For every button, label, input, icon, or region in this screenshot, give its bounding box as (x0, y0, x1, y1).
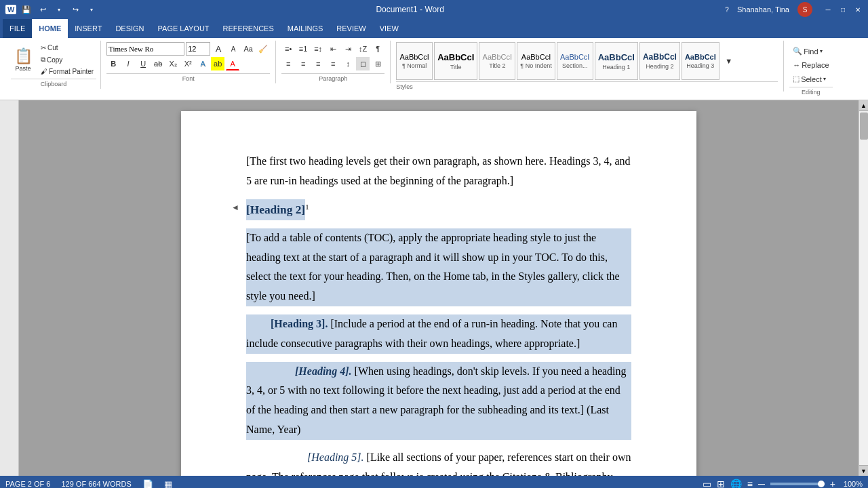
tab-home[interactable]: HOME (32, 19, 68, 38)
styles-expand-icon[interactable]: ▼ (722, 54, 736, 68)
font-color-button[interactable]: A (226, 57, 239, 70)
customize-qa-icon[interactable]: ▾ (85, 3, 98, 16)
zoom-plus-button[interactable]: + (830, 479, 835, 488)
tab-review[interactable]: REVIEW (330, 19, 372, 38)
word-logo-icon: W (5, 5, 16, 14)
find-button[interactable]: 🔍 Find ▾ (789, 45, 832, 58)
font-shrink-icon[interactable]: A (226, 42, 240, 56)
zoom-slider[interactable] (770, 483, 825, 485)
replace-icon: ↔ (793, 61, 800, 69)
find-dropdown-icon[interactable]: ▾ (820, 48, 823, 54)
line-spacing-button[interactable]: ↕ (341, 57, 355, 70)
subscript-button[interactable]: X₂ (166, 57, 180, 70)
clear-formatting-icon[interactable]: 🧹 (256, 42, 270, 56)
heading3-text: [Heading 3]. (271, 318, 328, 329)
style-heading1[interactable]: AaBbCcI Heading 1 (595, 42, 638, 80)
style-title2[interactable]: AaBbCcI Title 2 (479, 42, 515, 80)
change-case-button[interactable]: Aa (241, 42, 255, 56)
font-grow-icon[interactable]: A (212, 42, 225, 56)
tab-view[interactable]: VIEW (373, 19, 406, 38)
track-changes-icon[interactable]: ▦ (164, 479, 172, 489)
scroll-down-button[interactable]: ▼ (859, 465, 869, 476)
help-button[interactable]: ? (722, 5, 732, 14)
format-painter-icon: 🖌 (41, 68, 47, 75)
style-heading2[interactable]: AaBbCcI Heading 2 (639, 42, 680, 80)
underline-button[interactable]: U (136, 57, 150, 70)
justify-button[interactable]: ≡ (326, 57, 340, 70)
ribbon-tabs: FILE HOME INSERT DESIGN PAGE LAYOUT REFE… (0, 19, 868, 38)
intro-text: [The first two heading levels get their … (246, 155, 631, 186)
title-left: W 💾 ↩ ▾ ↪ ▾ (5, 3, 98, 16)
decrease-indent-icon[interactable]: ⇤ (326, 42, 340, 56)
select-dropdown-icon[interactable]: ▾ (823, 76, 826, 82)
sort-button[interactable]: ↕Z (356, 42, 370, 56)
copy-icon: ⧉ (41, 56, 45, 64)
quick-redo-icon[interactable]: ↪ (69, 3, 81, 16)
title-center: Document1 - Word (98, 5, 722, 14)
align-right-button[interactable]: ≡ (311, 57, 325, 70)
numbering-button[interactable]: ≡1 (296, 42, 310, 56)
tab-mailings[interactable]: MAILINGS (281, 19, 330, 38)
tab-design[interactable]: DESIGN (108, 19, 151, 38)
style-no-indent[interactable]: AaBbCcI ¶ No Indent (517, 42, 555, 80)
print-layout-icon[interactable]: ▭ (703, 479, 711, 488)
paste-icon: 📋 (14, 47, 33, 65)
quick-undo-icon[interactable]: ↩ (37, 3, 49, 16)
multilevel-button[interactable]: ≡↕ (311, 42, 325, 56)
quick-save-icon[interactable]: 💾 (20, 3, 33, 16)
highlight-button[interactable]: ab (211, 57, 224, 70)
increase-indent-icon[interactable]: ⇥ (341, 42, 355, 56)
tab-references[interactable]: REFERENCES (216, 19, 281, 38)
outdent-arrow: ◄ (231, 201, 239, 216)
page[interactable]: [The first two heading levels get their … (181, 111, 696, 476)
tab-insert[interactable]: INSERT (68, 19, 108, 38)
document-scroll[interactable]: [The first two heading levels get their … (19, 100, 859, 476)
title-right: ? Shanahan, Tina S ─ □ ✕ (722, 2, 863, 17)
border-button[interactable]: ⊞ (371, 57, 384, 70)
format-painter-button[interactable]: 🖌 Format Painter (38, 66, 96, 77)
maximize-button[interactable]: □ (838, 5, 848, 14)
bold-button[interactable]: B (106, 57, 120, 70)
font-size-input[interactable] (186, 42, 210, 56)
strikethrough-button[interactable]: ab (151, 57, 165, 70)
heading4-text: [Heading 4]. (295, 365, 352, 377)
text-effects-button[interactable]: A (196, 57, 210, 70)
minimize-button[interactable]: ─ (823, 5, 833, 14)
right-scrollbar[interactable]: ▲ ▼ (859, 100, 868, 476)
show-marks-button[interactable]: ¶ (371, 42, 384, 56)
scroll-up-button[interactable]: ▲ (859, 100, 869, 111)
scroll-thumb[interactable] (860, 113, 868, 140)
align-left-button[interactable]: ≡ (281, 57, 295, 70)
copy-button[interactable]: ⧉ Copy (38, 54, 96, 65)
zoom-thumb (818, 481, 825, 487)
status-right: ▭ ⊞ 🌐 ≡ ─ + 100% (703, 479, 863, 488)
bullets-button[interactable]: ≡• (281, 42, 295, 56)
undo-dropdown-icon[interactable]: ▾ (53, 3, 65, 16)
superscript-button[interactable]: X² (181, 57, 195, 70)
find-icon: 🔍 (793, 47, 802, 56)
tab-page-layout[interactable]: PAGE LAYOUT (151, 19, 216, 38)
font-name-input[interactable] (106, 42, 184, 56)
proofing-icon[interactable]: 📄 (142, 479, 153, 489)
page-info: PAGE 2 OF 6 (5, 480, 50, 488)
align-center-button[interactable]: ≡ (296, 57, 310, 70)
paste-button[interactable]: 📋 Paste (11, 42, 35, 77)
cut-button[interactable]: ✂ Cut (38, 43, 96, 53)
tab-file[interactable]: FILE (3, 19, 32, 38)
style-heading3[interactable]: AaBbCcI Heading 3 (682, 42, 719, 80)
outline-view-icon[interactable]: ≡ (747, 479, 753, 488)
style-title[interactable]: AaBbCcI Title (434, 42, 477, 80)
full-screen-icon[interactable]: ⊞ (717, 479, 725, 488)
close-button[interactable]: ✕ (853, 5, 863, 14)
web-layout-icon[interactable]: 🌐 (730, 479, 742, 488)
heading5-text: [Heading 5]. (307, 451, 364, 463)
style-section[interactable]: AaBbCcI Section... (557, 42, 593, 80)
style-normal[interactable]: AaBbCcI ¶ Normal (396, 42, 433, 80)
zoom-percent[interactable]: 100% (841, 480, 863, 488)
select-button[interactable]: ⬚ Select ▾ (789, 73, 832, 85)
zoom-minus-button[interactable]: ─ (758, 479, 765, 488)
italic-button[interactable]: I (121, 57, 135, 70)
replace-button[interactable]: ↔ Replace (789, 59, 832, 71)
shading-button[interactable]: ◻ (356, 57, 370, 70)
paste-label: Paste (15, 65, 31, 72)
